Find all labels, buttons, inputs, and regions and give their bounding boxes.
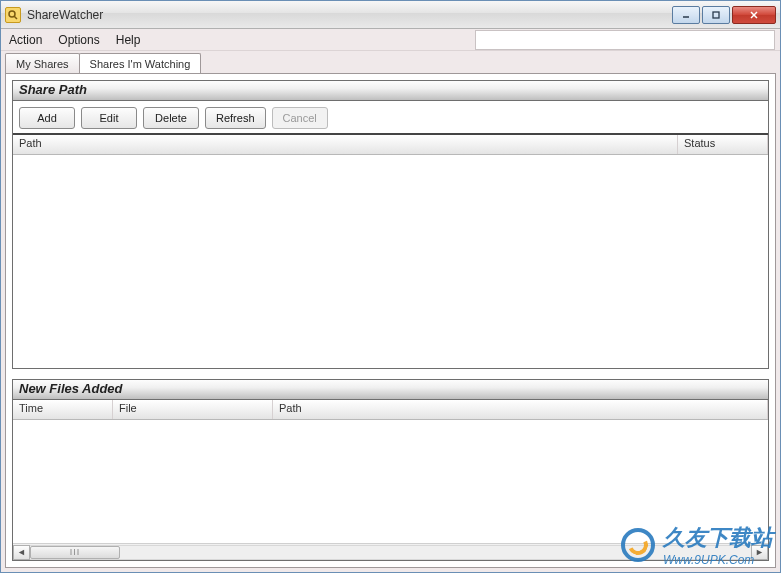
col-file[interactable]: File: [113, 400, 273, 419]
app-window: ShareWatcher Action Options Help My Shar…: [0, 0, 781, 573]
delete-button[interactable]: Delete: [143, 107, 199, 129]
share-path-toolbar: Add Edit Delete Refresh Cancel: [13, 101, 768, 135]
share-path-panel: Share Path Add Edit Delete Refresh Cance…: [12, 80, 769, 369]
new-files-grid-body[interactable]: [13, 420, 768, 543]
edit-button[interactable]: Edit: [81, 107, 137, 129]
new-files-header: New Files Added: [13, 380, 768, 400]
share-path-grid-body[interactable]: [13, 155, 768, 368]
scroll-left-arrow[interactable]: ◄: [13, 545, 30, 560]
scroll-thumb[interactable]: III: [30, 546, 120, 559]
menu-options[interactable]: Options: [58, 33, 99, 47]
svg-line-1: [14, 16, 17, 19]
maximize-button[interactable]: [702, 6, 730, 24]
minimize-button[interactable]: [672, 6, 700, 24]
share-path-header: Share Path: [13, 81, 768, 101]
refresh-button[interactable]: Refresh: [205, 107, 266, 129]
new-files-grid-header: Time File Path: [13, 400, 768, 420]
menu-action[interactable]: Action: [9, 33, 42, 47]
search-input[interactable]: [475, 30, 775, 50]
col-time[interactable]: Time: [13, 400, 113, 419]
col-status[interactable]: Status: [678, 135, 768, 154]
titlebar[interactable]: ShareWatcher: [1, 1, 780, 29]
tab-panel: Share Path Add Edit Delete Refresh Cance…: [5, 73, 776, 568]
tab-my-shares[interactable]: My Shares: [5, 53, 80, 73]
tab-shares-watching[interactable]: Shares I'm Watching: [79, 53, 202, 73]
menu-help[interactable]: Help: [116, 33, 141, 47]
cancel-button: Cancel: [272, 107, 328, 129]
col-path[interactable]: Path: [13, 135, 678, 154]
app-icon: [5, 7, 21, 23]
col-path2[interactable]: Path: [273, 400, 768, 419]
close-button[interactable]: [732, 6, 776, 24]
horizontal-scrollbar[interactable]: ◄ III ►: [13, 543, 768, 560]
add-button[interactable]: Add: [19, 107, 75, 129]
scroll-right-arrow[interactable]: ►: [751, 545, 768, 560]
share-path-grid-header: Path Status: [13, 135, 768, 155]
new-files-panel: New Files Added Time File Path ◄ III ►: [12, 379, 769, 561]
svg-rect-3: [713, 12, 719, 18]
window-title: ShareWatcher: [27, 8, 103, 22]
scroll-track[interactable]: III: [30, 545, 751, 560]
tabstrip: My Shares Shares I'm Watching: [1, 51, 780, 73]
